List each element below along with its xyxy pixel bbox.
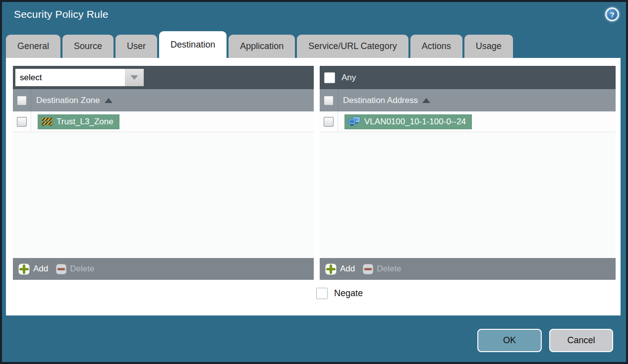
ok-button[interactable]: OK: [477, 329, 542, 352]
cancel-button[interactable]: Cancel: [549, 329, 613, 352]
zone-entry[interactable]: Trust_L3_Zone: [38, 114, 119, 129]
zone-table-row[interactable]: Trust_L3_Zone: [13, 111, 314, 132]
destination-zone-panel: select Destination Zone: [13, 66, 314, 280]
address-add-button[interactable]: Add: [325, 263, 355, 275]
zone-table-body: Trust_L3_Zone: [13, 111, 314, 258]
negate-option: Negate: [316, 288, 363, 299]
tab-application[interactable]: Application: [228, 35, 295, 58]
destination-address-panel: Any Destination Address: [320, 66, 616, 280]
zone-filter-select[interactable]: select: [15, 69, 125, 86]
zone-select-all-checkbox[interactable]: [17, 96, 27, 105]
address-any-bar: Any: [320, 66, 616, 89]
zone-header-checkbox-cell: [13, 89, 31, 111]
zone-row-checkbox-cell: [13, 111, 31, 132]
add-icon: [325, 263, 337, 275]
tab-general[interactable]: General: [6, 35, 60, 58]
zone-column-label: Destination Zone: [36, 96, 100, 105]
any-label: Any: [342, 73, 356, 83]
negate-checkbox[interactable]: [316, 288, 328, 299]
address-add-label: Add: [340, 264, 355, 274]
address-entry-label: VLAN0100_10-1-100-0--24: [364, 117, 466, 127]
address-column-header[interactable]: Destination Address: [320, 89, 616, 111]
address-table-row[interactable]: VLAN0100_10-1-100-0--24: [320, 111, 616, 132]
tab-usage[interactable]: Usage: [464, 35, 513, 58]
zone-add-button[interactable]: Add: [18, 263, 48, 275]
help-icon[interactable]: ?: [605, 7, 619, 21]
zone-entry-label: Trust_L3_Zone: [57, 117, 114, 127]
negate-label: Negate: [334, 288, 363, 299]
tab-service-url-category[interactable]: Service/URL Category: [297, 35, 408, 58]
destination-tab-content: select Destination Zone: [6, 58, 621, 315]
zone-panel-footer: Add Delete: [13, 258, 314, 280]
address-delete-label: Delete: [377, 264, 401, 274]
address-panel-footer: Add Delete: [320, 258, 616, 280]
delete-icon: [363, 264, 373, 274]
sort-ascending-icon: [422, 98, 430, 103]
address-table-body: VLAN0100_10-1-100-0--24: [320, 111, 616, 258]
tab-actions[interactable]: Actions: [410, 35, 462, 58]
address-column-label: Destination Address: [343, 96, 418, 105]
address-row-checkbox[interactable]: [324, 117, 334, 127]
tab-user[interactable]: User: [115, 35, 157, 58]
zone-row-checkbox[interactable]: [17, 117, 27, 127]
address-delete-button[interactable]: Delete: [363, 264, 401, 274]
address-row-checkbox-cell: [320, 111, 338, 132]
sort-ascending-icon: [105, 98, 113, 103]
zone-icon: [41, 117, 53, 126]
zone-filter-dropdown-button[interactable]: [125, 69, 144, 86]
address-entry[interactable]: VLAN0100_10-1-100-0--24: [344, 114, 472, 129]
zone-delete-label: Delete: [70, 264, 94, 274]
chevron-down-icon: [130, 75, 138, 80]
zone-add-label: Add: [33, 264, 48, 274]
dialog-title: Security Policy Rule: [14, 8, 109, 20]
tab-source[interactable]: Source: [62, 35, 114, 58]
tab-destination[interactable]: Destination: [159, 31, 227, 58]
zone-filter-toolbar: select: [13, 66, 314, 89]
any-checkbox[interactable]: [324, 72, 335, 83]
add-icon: [18, 263, 30, 275]
zone-delete-button[interactable]: Delete: [56, 264, 94, 274]
zone-column-header[interactable]: Destination Zone: [13, 89, 314, 111]
address-select-all-checkbox[interactable]: [324, 96, 334, 105]
tab-bar: General Source User Destination Applicat…: [6, 31, 513, 58]
security-policy-rule-dialog: Security Policy Rule ? General Source Us…: [0, 0, 628, 364]
delete-icon: [56, 264, 66, 274]
address-header-checkbox-cell: [320, 89, 338, 111]
network-icon: [348, 117, 361, 127]
